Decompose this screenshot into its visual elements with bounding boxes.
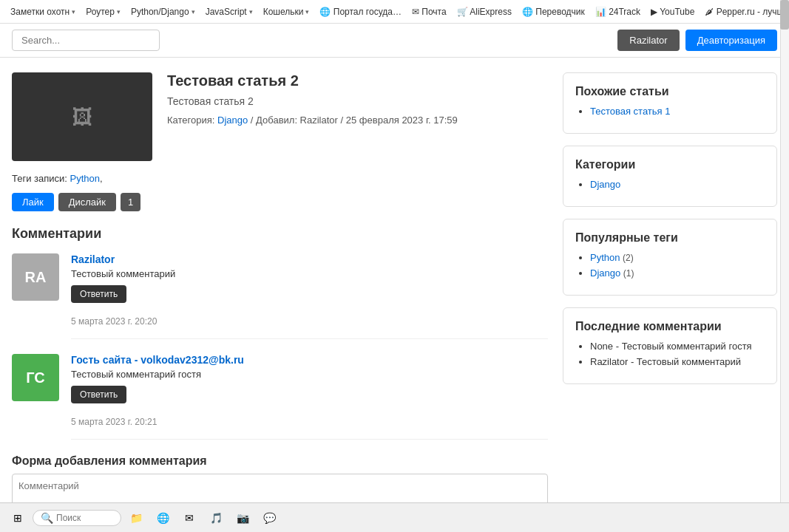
similar-articles-title: Похожие статьи [575,85,765,98]
article-header: 🖼 Тестовая статья 2 Тестовая статья 2 Ка… [12,72,548,161]
similar-articles-card: Похожие статьи Тестовая статья 1 [563,72,777,134]
nav-zametki[interactable]: Заметки охотн ▾ [6,4,80,20]
article-image: 🖼 [12,72,152,161]
article-subtitle: Тестовая статья 2 [167,95,548,107]
sidebar: Похожие статьи Тестовая статья 1 Категор… [563,72,777,532]
taskbar-mail[interactable]: ✉ [177,506,201,530]
recent-comments-title: Последние комментарии [575,320,765,333]
popular-tag-link[interactable]: Django [590,267,620,279]
taskbar-file-explorer[interactable]: 📁 [124,506,148,530]
add-comment-title: Форма добавления комментария [12,454,548,468]
nav-pepper[interactable]: 🌶 Pepper.ru - лучш… [700,4,789,20]
popular-tags-list: Python (2) Django (1) [575,252,765,279]
nav-router[interactable]: Роутер ▾ [81,4,125,20]
taskbar-app1[interactable]: 📷 [231,506,254,530]
comment-item: ГС Гость сайта - volkodav2312@bk.ru Тест… [12,354,548,440]
tag-comma: , [100,173,103,184]
taskbar-search-input[interactable] [56,513,115,523]
scrollbar[interactable] [780,0,789,502]
popular-tags-card: Популярные теги Python (2) Django (1) [563,219,777,296]
category-link[interactable]: Django [217,115,248,126]
nav-portal-label: 🌐 Портал госуда… [319,7,401,17]
reply-button[interactable]: Ответить [71,386,126,403]
nav-translator-label: 🌐 Переводчик [522,7,585,17]
nav-portal[interactable]: 🌐 Портал госуда… [315,4,405,20]
chevron-icon: ▾ [72,8,75,16]
list-item: Python (2) [590,252,765,263]
nav-koshelki-label: Кошельки [263,7,304,17]
reply-button[interactable]: Ответить [71,285,126,303]
nav-youtube[interactable]: ▶ YouTube [646,4,699,20]
list-item: Тестовая статья 1 [590,106,765,117]
username-button[interactable]: Razilator [617,30,679,51]
nav-translator[interactable]: 🌐 Переводчик [518,4,589,20]
nav-pochta[interactable]: ✉ Почта [407,4,451,20]
article-title: Тестовая статья 2 [167,72,548,89]
separator2: / [341,115,346,126]
scrollbar-thumb[interactable] [780,0,789,30]
nav-youtube-label: ▶ YouTube [651,7,694,17]
tag-python-link[interactable]: Python [70,173,100,184]
article-date: 25 февраля 2023 г. 17:59 [346,115,458,126]
image-placeholder-icon: 🖼 [72,105,92,129]
nav-zametki-label: Заметки охотн [10,7,70,17]
article-meta: Категория: Django / Добавил: Razilator /… [167,115,548,126]
nav-ali[interactable]: 🛒 AliExpress [453,4,516,20]
nav-python-label: Python/Django [131,7,189,17]
comment-text: Тестовый комментарий [71,268,548,279]
windows-start-button[interactable]: ⊞ [6,506,30,530]
taskbar-search-box[interactable]: 🔍 [33,510,121,526]
comment-author-link[interactable]: Razilator [71,253,115,265]
like-button[interactable]: Лайк [12,193,54,211]
reaction-count: 1 [121,193,140,211]
comment-time: 5 марта 2023 г. 20:20 [71,316,548,327]
nav-24track[interactable]: 📊 24Track [591,4,645,20]
article-info: Тестовая статья 2 Тестовая статья 2 Кате… [167,72,548,161]
similar-article-link[interactable]: Тестовая статья 1 [590,106,670,117]
nav-router-label: Роутер [86,7,115,17]
top-nav: Заметки охотн ▾ Роутер ▾ Python/Django ▾… [0,0,789,24]
chevron-icon: ▾ [117,8,121,16]
popular-tags-title: Популярные теги [575,231,765,245]
avatar: ГС [12,354,59,401]
nav-javascript[interactable]: JavaScript ▾ [201,4,257,20]
dislike-button[interactable]: Дислайк [58,193,116,211]
search-row: Razilator Деавторизация [0,24,789,58]
comments-title: Комментарии [12,226,548,242]
tags-row: Теги записи: Python, [12,173,548,184]
comment-time: 5 марта 2023 г. 20:21 [71,417,548,427]
nav-js-label: JavaScript [206,7,247,17]
comment-item: RA Razilator Тестовый комментарий Ответи… [12,253,548,339]
reaction-row: Лайк Дислайк 1 [12,193,548,211]
taskbar-browser[interactable]: 🌐 [151,506,175,530]
categories-title: Категории [575,158,765,171]
content-area: 🖼 Тестовая статья 2 Тестовая статья 2 Ка… [12,72,548,532]
nav-pochta-label: ✉ Почта [412,7,447,17]
chevron-icon: ▾ [192,8,195,16]
avatar: RA [12,253,59,301]
popular-tag-link[interactable]: Python [590,252,620,263]
category-label: Категория: [167,115,214,126]
recent-comment-text: None - Тестовый комментарий гостя [590,341,752,352]
comment-content: Razilator Тестовый комментарий Ответить … [71,253,548,339]
auth-buttons: Razilator Деавторизация [617,30,777,51]
nav-pepper-label: 🌶 Pepper.ru - лучш… [705,7,789,17]
nav-python-django[interactable]: Python/Django ▾ [126,4,200,20]
taskbar-app2[interactable]: 💬 [257,506,281,530]
comment-content: Гость сайта - volkodav2312@bk.ru Тестовы… [71,354,548,440]
nav-ali-label: 🛒 AliExpress [457,7,512,17]
chevron-icon: ▾ [249,8,253,16]
similar-articles-list: Тестовая статья 1 [575,106,765,117]
separator: / [251,115,256,126]
tag-count: (1) [623,268,634,279]
main-container: 🖼 Тестовая статья 2 Тестовая статья 2 Ка… [0,58,789,532]
comment-author-guest: Гость сайта - volkodav2312@bk.ru [71,354,244,366]
recent-comments-card: Последние комментарии None - Тестовый ко… [563,307,777,384]
nav-koshelki[interactable]: Кошельки ▾ [259,4,314,20]
list-item: None - Тестовый комментарий гостя [590,341,765,352]
category-item-link[interactable]: Django [590,179,620,190]
search-input[interactable] [12,30,160,51]
list-item: Django (1) [590,267,765,279]
taskbar-music[interactable]: 🎵 [204,506,228,530]
deauth-button[interactable]: Деавторизация [685,30,777,51]
